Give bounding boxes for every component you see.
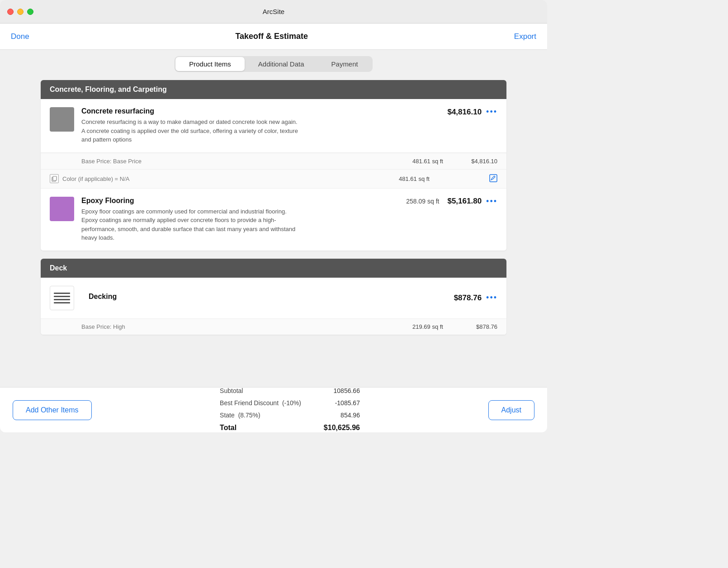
discount-line: Best Friend Discount (-10%) -1085.67	[220, 397, 360, 409]
window-title: ArcSite	[263, 8, 284, 15]
tabs-bar: Product Items Additional Data Payment	[0, 50, 547, 72]
discount-value: -1085.67	[319, 397, 360, 409]
product-row-epoxy: Epoxy Flooring Epoxy floor coatings are …	[41, 188, 506, 251]
product-thumb-concrete	[50, 107, 74, 132]
edit-icon-concrete-color[interactable]	[489, 174, 497, 184]
sub-row-concrete-base: Base Price: Base Price 481.61 sq ft $4,8…	[41, 153, 506, 169]
product-row-decking: Decking $878.76 •••	[41, 278, 506, 318]
product-price-row-concrete: $4,816.10 •••	[447, 107, 497, 117]
product-price-row-decking: $878.76 •••	[454, 293, 497, 303]
sub-row-qty-concrete-base: 481.61 sq ft	[384, 158, 443, 165]
product-price-epoxy: $5,161.80	[447, 197, 482, 206]
product-price-row-epoxy: 258.09 sq ft $5,161.80 •••	[406, 197, 497, 206]
close-button[interactable]	[7, 9, 14, 15]
adjust-button[interactable]: Adjust	[488, 400, 534, 420]
product-thumb-decking	[50, 286, 74, 310]
section-flooring: Concrete, Flooring, and Carpeting Concre…	[41, 80, 506, 251]
product-info-epoxy: Epoxy Flooring Epoxy floor coatings are …	[81, 197, 406, 242]
product-menu-decking[interactable]: •••	[486, 293, 497, 303]
total-value: $10,625.96	[324, 421, 360, 432]
product-price-concrete: $4,816.10	[447, 108, 482, 117]
minimize-button[interactable]	[17, 9, 24, 15]
discount-label: Best Friend Discount (-10%)	[220, 397, 301, 409]
product-menu-epoxy[interactable]: •••	[486, 197, 497, 206]
product-right-concrete: $4,816.10 •••	[434, 107, 497, 117]
export-button[interactable]: Export	[514, 32, 536, 41]
product-name-concrete: Concrete resurfacing	[81, 107, 434, 115]
done-button[interactable]: Done	[11, 32, 29, 41]
maximize-button[interactable]	[27, 9, 33, 15]
section-deck: Deck Decking $878.76 ••• Base Pric	[41, 259, 506, 335]
subtotal-line: Subtotal 10856.66	[220, 385, 360, 397]
tab-payment[interactable]: Payment	[318, 57, 372, 71]
header-nav: Done Takeoff & Estimate Export	[0, 24, 547, 50]
copy-icon	[50, 174, 59, 183]
sub-row-decking-base: Base Price: High 219.69 sq ft $878.76	[41, 318, 506, 335]
tabs-container: Product Items Additional Data Payment	[175, 56, 372, 72]
sub-row-label-decking-base: Base Price: High	[50, 323, 384, 330]
product-thumb-epoxy	[50, 197, 74, 221]
subtotal-label: Subtotal	[220, 385, 243, 397]
subtotal-value: 10856.66	[319, 385, 360, 397]
main-content: Concrete, Flooring, and Carpeting Concre…	[0, 72, 547, 386]
product-right-decking: $878.76 •••	[434, 293, 497, 303]
sub-row-qty-concrete-color: 481.61 sq ft	[371, 175, 430, 182]
state-label: State (8.75%)	[220, 409, 260, 421]
product-qty-epoxy: 258.09 sq ft	[406, 198, 439, 205]
product-name-decking: Decking	[89, 293, 434, 301]
product-desc-concrete: Concrete resurfacing is a way to make da…	[81, 118, 298, 144]
page-title: Takeoff & Estimate	[235, 32, 308, 41]
svg-rect-1	[53, 176, 57, 180]
section-header-deck: Deck	[41, 259, 506, 278]
product-price-decking: $878.76	[454, 293, 482, 303]
footer: Add Other Items Subtotal 10856.66 Best F…	[0, 387, 547, 432]
product-info-concrete: Concrete resurfacing Concrete resurfacin…	[81, 107, 434, 144]
product-desc-epoxy: Epoxy floor coatings are commonly used f…	[81, 207, 298, 242]
sub-row-label-concrete-base: Base Price: Base Price	[50, 158, 384, 165]
add-other-items-button[interactable]: Add Other Items	[13, 400, 92, 420]
state-value: 854.96	[319, 409, 360, 421]
product-right-epoxy: 258.09 sq ft $5,161.80 •••	[406, 197, 497, 206]
state-line: State (8.75%) 854.96	[220, 409, 360, 421]
sub-row-label-concrete-color: Color (if applicable) = N/A	[62, 175, 371, 182]
tab-product-items[interactable]: Product Items	[175, 57, 245, 71]
svg-rect-2	[490, 175, 497, 182]
product-row-concrete: Concrete resurfacing Concrete resurfacin…	[41, 99, 506, 153]
section-header-flooring: Concrete, Flooring, and Carpeting	[41, 80, 506, 99]
title-bar: ArcSite	[0, 0, 547, 24]
product-name-epoxy: Epoxy Flooring	[81, 197, 406, 205]
tab-additional-data[interactable]: Additional Data	[245, 57, 318, 71]
product-menu-concrete[interactable]: •••	[486, 107, 497, 117]
total-label: Total	[220, 421, 236, 432]
sub-row-qty-decking-base: 219.69 sq ft	[384, 323, 443, 330]
sub-row-price-concrete-base: $4,816.10	[461, 158, 497, 165]
summary: Subtotal 10856.66 Best Friend Discount (…	[220, 385, 360, 432]
total-line: Total $10,625.96	[220, 421, 360, 432]
sub-row-price-decking-base: $878.76	[461, 323, 497, 330]
sub-row-concrete-color: Color (if applicable) = N/A 481.61 sq ft	[41, 169, 506, 188]
product-info-decking: Decking	[81, 293, 434, 303]
traffic-lights	[7, 9, 33, 15]
